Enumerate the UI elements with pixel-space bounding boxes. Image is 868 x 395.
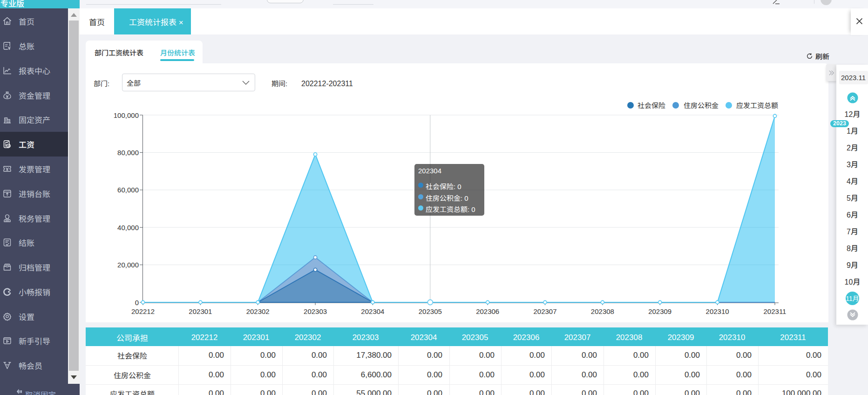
svg-text:202303: 202303 — [304, 307, 327, 315]
svg-text:20,000: 20,000 — [117, 261, 139, 269]
svg-text:202305: 202305 — [419, 307, 442, 315]
svg-text:202306: 202306 — [476, 307, 499, 315]
svg-text:0: 0 — [135, 299, 139, 306]
svg-text:202212: 202212 — [131, 307, 155, 315]
svg-text:202307: 202307 — [533, 307, 556, 315]
svg-text:202311: 202311 — [764, 307, 787, 315]
svg-text:202302: 202302 — [246, 307, 270, 315]
svg-text:202308: 202308 — [591, 307, 614, 315]
svg-text:202310: 202310 — [706, 307, 729, 315]
svg-text:40,000: 40,000 — [117, 224, 139, 232]
svg-text:202304: 202304 — [361, 307, 384, 315]
svg-text:60,000: 60,000 — [117, 186, 139, 194]
svg-text:80,000: 80,000 — [117, 149, 139, 157]
svg-text:202301: 202301 — [189, 307, 212, 315]
svg-text:202309: 202309 — [648, 307, 671, 315]
svg-text:100,000: 100,000 — [114, 111, 139, 119]
